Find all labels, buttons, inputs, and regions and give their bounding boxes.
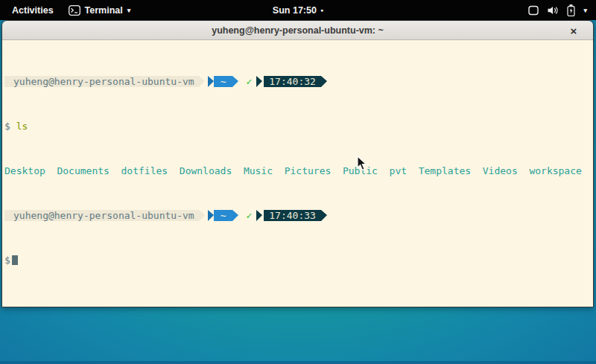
system-status-area[interactable]: ▾ xyxy=(528,0,590,20)
prompt-user-segment: yuheng@henry-personal-ubuntu-vm xyxy=(4,76,199,87)
terminal-app-icon xyxy=(69,5,80,16)
prompt-path-segment: ~ xyxy=(214,210,233,221)
powerline-arrow-icon xyxy=(256,210,262,221)
powerline-arrow-icon xyxy=(232,76,238,87)
command-line: $ ls xyxy=(4,121,593,132)
prompt-time-segment: 17:40:33 xyxy=(264,210,321,221)
clock-label: Sun 17:50 xyxy=(273,5,317,16)
activities-button[interactable]: Activities xyxy=(7,2,58,19)
system-menu-caret-icon: ▾ xyxy=(583,7,587,14)
clock-button[interactable]: Sun 17:50 ● xyxy=(273,5,323,16)
powerline-arrow-icon xyxy=(208,76,214,87)
powerline-arrow-icon xyxy=(256,76,262,87)
powerline-arrow-icon xyxy=(321,210,327,221)
terminal-window: yuheng@henry-personal-ubuntu-vm: ~ × yuh… xyxy=(1,20,594,307)
powerline-arrow-icon xyxy=(199,210,205,221)
text-cursor xyxy=(12,255,18,265)
powerline-arrow-icon xyxy=(208,210,214,221)
gnome-top-bar: Activities Terminal ▾ Sun 17:50 ● xyxy=(0,0,596,20)
powerline-arrow-icon xyxy=(321,76,327,87)
window-title: yuheng@henry-personal-ubuntu-vm: ~ xyxy=(212,25,384,36)
app-menu-label: Terminal xyxy=(85,5,123,16)
terminal-content[interactable]: yuheng@henry-personal-ubuntu-vm~✓17:40:3… xyxy=(2,40,593,307)
window-titlebar[interactable]: yuheng@henry-personal-ubuntu-vm: ~ × xyxy=(2,21,593,40)
powerline-arrow-icon xyxy=(232,210,238,221)
notification-dot: ● xyxy=(320,7,323,13)
ls-output-line: Desktop Documents dotfiles Downloads Mus… xyxy=(4,165,593,176)
command-text: ls xyxy=(16,121,28,132)
battery-charging-icon xyxy=(567,4,575,16)
chevron-down-icon: ▾ xyxy=(127,7,131,14)
prompt-time-segment: 17:40:32 xyxy=(264,76,321,87)
volume-icon xyxy=(547,5,559,16)
screen-icon xyxy=(528,5,539,16)
prompt-user-segment: yuheng@henry-personal-ubuntu-vm xyxy=(4,210,199,221)
prompt-symbol: $ xyxy=(4,121,10,132)
prompt-symbol: $ xyxy=(4,255,10,266)
input-line[interactable]: $ xyxy=(4,255,593,266)
close-button[interactable]: × xyxy=(565,21,583,40)
app-menu[interactable]: Terminal ▾ xyxy=(69,5,131,16)
powerline-arrow-icon xyxy=(199,76,205,87)
prompt-line-1: yuheng@henry-personal-ubuntu-vm~✓17:40:3… xyxy=(4,76,593,87)
prompt-line-2: yuheng@henry-personal-ubuntu-vm~✓17:40:3… xyxy=(4,210,593,221)
prompt-path-segment: ~ xyxy=(214,76,233,87)
exit-status-check-icon: ✓ xyxy=(246,76,252,87)
exit-status-check-icon: ✓ xyxy=(246,210,252,221)
